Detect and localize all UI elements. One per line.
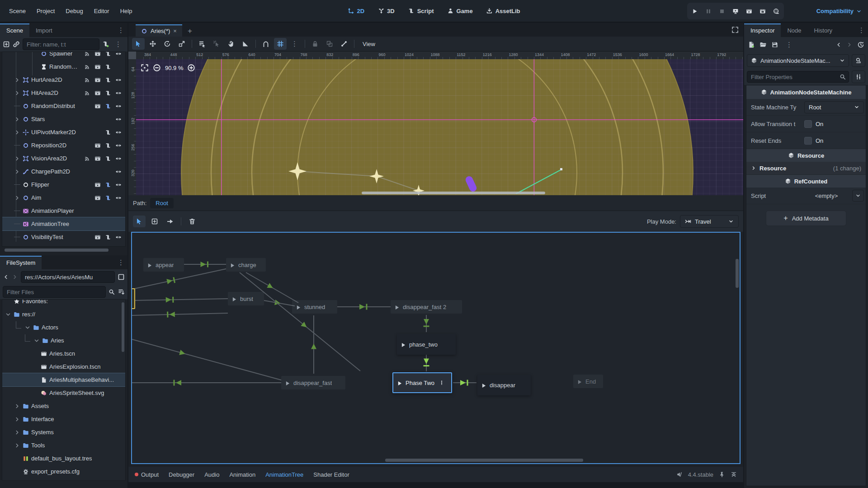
script-badge-icon[interactable] <box>105 64 111 70</box>
file-item-res-[interactable]: res:// <box>2 308 125 321</box>
play-state-icon[interactable] <box>482 383 486 388</box>
pin-panel-icon[interactable] <box>719 471 725 478</box>
script-badge-icon[interactable] <box>105 195 111 201</box>
canvas-hscrollbar[interactable] <box>362 192 545 194</box>
play-state-icon[interactable] <box>286 380 290 385</box>
file-item-assets[interactable]: Assets <box>2 399 125 413</box>
signal-badge-icon[interactable] <box>84 155 90 162</box>
movie-badge-icon[interactable] <box>94 155 101 162</box>
state-node-phase-two[interactable]: phase_two <box>397 334 456 355</box>
resource-section[interactable]: Resource (1 change) <box>746 162 866 175</box>
menu-project[interactable]: Project <box>31 5 60 17</box>
movie-badge-icon[interactable] <box>94 90 101 96</box>
new-resource-icon[interactable] <box>748 41 755 48</box>
movie-badge-icon[interactable] <box>94 77 101 83</box>
expand-icon[interactable] <box>14 429 20 436</box>
history-forward-icon[interactable] <box>846 42 853 48</box>
canvas[interactable]: 90.9 % <box>136 59 743 195</box>
script-badge-icon[interactable] <box>105 103 111 109</box>
expand-icon[interactable] <box>14 116 20 122</box>
movie-badge-icon[interactable] <box>94 234 101 240</box>
menu-debug[interactable]: Debug <box>60 5 88 17</box>
expand-icon[interactable] <box>14 129 20 136</box>
script-badge-icon[interactable] <box>105 129 111 136</box>
graph-hscrollbar[interactable] <box>385 459 583 462</box>
file-item-ariesmultiphasebehavi-[interactable]: AriesMultiphaseBehavi... <box>2 373 125 386</box>
scene-dock-menu-dots[interactable]: ⋮ <box>115 26 127 34</box>
script-badge-icon[interactable] <box>105 90 111 96</box>
remote-debug-button[interactable] <box>732 8 739 14</box>
resource-menu-dots[interactable]: ⋮ <box>783 41 796 49</box>
workspace-script[interactable]: Script <box>404 5 439 17</box>
close-icon[interactable]: × <box>173 28 177 34</box>
skeleton-options-button[interactable] <box>338 38 350 50</box>
bottom-tab-animationtree[interactable]: AnimationTree <box>265 471 303 478</box>
center-view-icon[interactable] <box>141 64 149 72</box>
menu-help[interactable]: Help <box>115 5 138 17</box>
history-icon[interactable] <box>857 41 864 48</box>
file-item-actors[interactable]: Actors <box>2 321 125 334</box>
view-menu[interactable]: View <box>358 39 380 49</box>
movie-badge-icon[interactable] <box>94 142 101 149</box>
tab-node[interactable]: Node <box>781 23 807 37</box>
state-node-phase-two[interactable]: Phase Two <box>392 372 452 393</box>
click-select-tool[interactable] <box>210 38 223 50</box>
play-custom-scene-button[interactable] <box>760 8 766 14</box>
select-list-tool[interactable] <box>196 38 208 50</box>
expand-icon[interactable] <box>14 195 20 201</box>
bottom-tab-debugger[interactable]: Debugger <box>169 471 194 478</box>
scene-node-stars[interactable]: Stars <box>2 113 125 126</box>
state-node-disappear[interactable]: disappear <box>477 375 531 395</box>
signal-badge-icon[interactable] <box>84 90 90 96</box>
path-root-button[interactable]: Root <box>150 198 173 208</box>
property-checkbox[interactable] <box>804 120 812 128</box>
eye-badge-icon[interactable] <box>115 182 122 188</box>
select-tool[interactable] <box>132 38 145 50</box>
eye-badge-icon[interactable] <box>115 234 122 240</box>
scene-tree-hscrollbar[interactable] <box>4 248 124 252</box>
script-badge-icon[interactable] <box>105 142 111 149</box>
collapse-icon[interactable] <box>24 324 31 331</box>
state-node-stunned[interactable]: stunned <box>292 300 337 314</box>
tab-inspector[interactable]: Inspector <box>744 23 781 37</box>
movie-badge-icon[interactable] <box>94 52 101 57</box>
play-state-icon[interactable] <box>398 380 402 385</box>
bottom-tab-output[interactable]: Output <box>135 471 159 478</box>
sort-files-icon[interactable] <box>118 288 125 296</box>
grid-snap-toggle[interactable] <box>274 38 287 50</box>
script-badge-icon[interactable] <box>105 52 111 57</box>
forward-icon[interactable] <box>12 274 18 280</box>
state-node-appear[interactable]: appear <box>143 258 184 272</box>
expand-panel-icon[interactable] <box>731 471 737 478</box>
play-state-icon[interactable] <box>395 305 399 310</box>
signal-badge-icon[interactable] <box>84 77 90 83</box>
file-item-favorites-[interactable]: Favorites: <box>2 299 125 308</box>
snap-menu-dots[interactable]: ⋮ <box>288 40 301 48</box>
ruler-tool[interactable] <box>239 38 252 50</box>
scene-node-uipivotmarker2d[interactable]: UIPivotMarker2D <box>2 126 125 139</box>
script-badge-icon[interactable] <box>105 182 111 188</box>
scene-node-reposition2d[interactable]: Reposition2D <box>2 139 125 152</box>
workspace-3d[interactable]: 3D <box>373 5 399 17</box>
zoom-out-icon[interactable] <box>153 64 161 72</box>
group-node-button[interactable] <box>323 38 336 50</box>
scene-node-flipper[interactable]: Flipper <box>2 178 125 191</box>
movie-badge-icon[interactable] <box>94 182 101 188</box>
file-item-ariesspritesheet-svg[interactable]: AriesSpriteSheet.svg <box>2 386 125 399</box>
play-scene-button[interactable] <box>746 8 752 14</box>
eye-badge-icon[interactable] <box>115 116 122 122</box>
pan-tool[interactable] <box>225 38 237 50</box>
menu-editor[interactable]: Editor <box>89 5 115 17</box>
mute-icon[interactable] <box>676 471 683 478</box>
collapse-icon[interactable] <box>5 311 11 318</box>
offscreen-node-fragment[interactable] <box>131 288 135 309</box>
scene-menu-dots[interactable]: ⋮ <box>112 40 125 48</box>
play-mode-select[interactable]: Travel <box>680 215 739 228</box>
zoom-level[interactable]: 90.9 % <box>165 65 183 71</box>
state-node-disappear-fast-2[interactable]: disappear_fast 2 <box>391 300 462 314</box>
open-docs-button[interactable] <box>852 54 865 67</box>
script-badge-icon[interactable] <box>105 234 111 240</box>
scene-node-randomtim[interactable]: RandomTim <box>2 60 125 73</box>
eye-badge-icon[interactable] <box>115 103 122 109</box>
zoom-in-icon[interactable] <box>187 64 195 72</box>
